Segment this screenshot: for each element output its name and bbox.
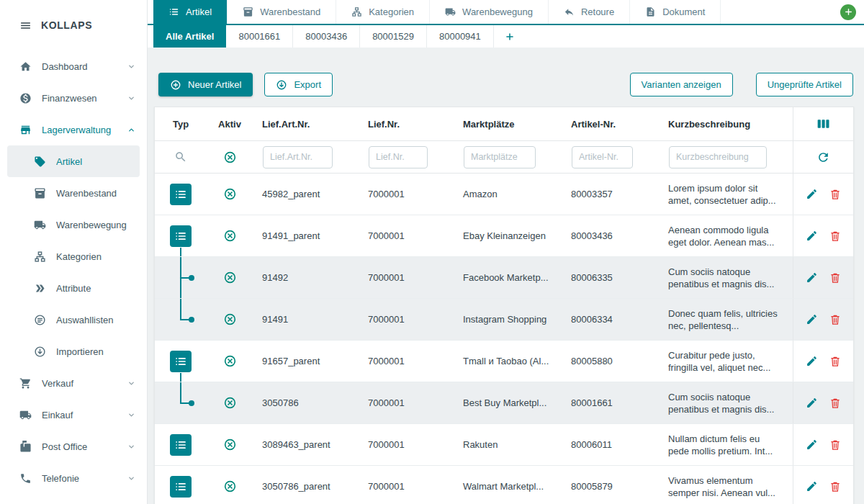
row-variants-button[interactable] <box>170 476 192 498</box>
active-status-icon[interactable] <box>223 396 237 410</box>
tab-warenbestand[interactable]: Warenbestand <box>228 0 336 24</box>
tab-warenbewegung[interactable]: Warenbewegung <box>430 0 549 24</box>
col-header-marktplaetze[interactable]: Marktplätze <box>454 119 562 130</box>
filter-lief-nr-input[interactable] <box>369 146 428 168</box>
edit-icon[interactable] <box>806 480 818 492</box>
sidebar-item-attribute[interactable]: Attribute <box>0 272 147 304</box>
refresh-icon[interactable] <box>816 150 830 164</box>
sidebar-item-auswahllisten[interactable]: Auswahllisten <box>0 304 147 336</box>
active-status-icon[interactable] <box>223 438 237 451</box>
active-status-icon[interactable] <box>223 480 237 493</box>
table-body: 45982_parent7000001Amazon80003357Lorem i… <box>155 174 853 504</box>
chevron-down-icon <box>127 379 135 387</box>
col-header-lief-art-nr[interactable]: Lief.Art.Nr. <box>253 119 359 130</box>
unverified-articles-button[interactable]: Ungeprüfte Artikel <box>756 73 853 96</box>
subtab-80003436[interactable]: 80003436 <box>293 25 360 48</box>
table-row[interactable]: 3089463_parent7000001Rakuten80006011Null… <box>155 424 853 466</box>
subtab-80001529[interactable]: 80001529 <box>360 25 427 48</box>
list-icon <box>174 438 187 451</box>
table-row[interactable]: 30507867000001Best Buy Marketpl...800016… <box>155 382 853 424</box>
sidebar-item-importieren[interactable]: Importieren <box>0 336 147 367</box>
row-lief-nr: 7000001 <box>359 189 454 199</box>
row-actions-cell <box>793 382 853 423</box>
delete-icon[interactable] <box>829 397 842 410</box>
tab-retoure[interactable]: Retoure <box>549 0 630 24</box>
edit-icon[interactable] <box>806 397 818 409</box>
table-row[interactable]: 91657_parent7000001Tmall и Taobao (Al...… <box>155 341 853 382</box>
row-lief-nr: 7000001 <box>359 397 454 408</box>
sidebar-item-artikel[interactable]: Artikel <box>7 145 140 177</box>
row-variants-button[interactable] <box>170 434 192 456</box>
add-tab-button[interactable] <box>840 4 856 20</box>
col-header-artikel-nr[interactable]: Artikel-Nr. <box>562 119 659 130</box>
tab-artikel[interactable]: Artikel <box>153 0 228 24</box>
active-status-icon[interactable] <box>223 354 237 368</box>
row-lief-nr: 7000001 <box>359 272 454 283</box>
subtab-80001661[interactable]: 80001661 <box>226 25 293 48</box>
delete-icon[interactable] <box>829 271 842 284</box>
table-row[interactable]: 45982_parent7000001Amazon80003357Lorem i… <box>155 174 853 215</box>
tab-kategorien[interactable]: Kategorien <box>336 0 430 24</box>
active-status-icon[interactable] <box>223 312 237 326</box>
row-variants-button[interactable] <box>170 184 192 205</box>
table-row[interactable]: 914927000001Facebook Marketp...80006335C… <box>155 257 853 299</box>
delete-icon[interactable] <box>829 480 842 493</box>
main-area: ArtikelWarenbestandKategorienWarenbewegu… <box>148 0 864 504</box>
active-status-icon[interactable] <box>223 229 237 243</box>
sidebar-item-post-office[interactable]: Post Office <box>0 431 147 462</box>
col-header-kurzbeschreibung[interactable]: Kurzbeschreibung <box>659 119 793 130</box>
col-header-aktiv[interactable]: Aktiv <box>207 119 253 130</box>
export-button[interactable]: Export <box>264 73 333 96</box>
filter-artikel-nr-input[interactable] <box>572 146 633 168</box>
sidebar-header: KOLLAPS <box>0 0 147 50</box>
tree-connector-line <box>180 299 181 320</box>
delete-icon[interactable] <box>829 230 842 243</box>
delete-icon[interactable] <box>829 188 842 201</box>
sidebar-item-warenbewegung[interactable]: Warenbewegung <box>0 209 147 240</box>
subtab-80000941[interactable]: 80000941 <box>427 25 494 48</box>
edit-icon[interactable] <box>806 230 818 242</box>
table-row[interactable]: 914917000001Instagram Shopping80006334Do… <box>155 299 853 341</box>
sidebar-item-verkauf[interactable]: Verkauf <box>0 367 147 399</box>
edit-icon[interactable] <box>806 355 818 367</box>
subtab-alle-artikel[interactable]: Alle Artikel <box>153 25 226 48</box>
filter-kurzbeschreibung-input[interactable] <box>669 146 767 168</box>
new-article-button[interactable]: Neuer Artikel <box>158 73 253 96</box>
active-status-icon[interactable] <box>223 187 237 201</box>
add-article-tab-button[interactable] <box>494 25 526 48</box>
active-status-icon[interactable] <box>223 271 237 284</box>
sidebar-item-einkauf[interactable]: Einkauf <box>0 399 147 431</box>
edit-icon[interactable] <box>806 271 818 284</box>
filter-marktplaetze-input[interactable] <box>464 146 536 168</box>
sidebar-item-warenbestand[interactable]: Warenbestand <box>0 177 147 209</box>
delete-icon[interactable] <box>829 438 842 451</box>
table-row[interactable]: 91491_parent7000001Ebay Kleinanzeigen800… <box>155 215 853 257</box>
edit-icon[interactable] <box>806 438 818 451</box>
filter-lief-art-nr-input[interactable] <box>263 146 333 168</box>
col-header-lief-nr[interactable]: Lief.Nr. <box>359 119 454 130</box>
row-lief-art-nr: 91657_parent <box>253 356 359 366</box>
new-article-label: Neuer Artikel <box>188 79 241 90</box>
active-status-filter-icon[interactable] <box>223 150 237 164</box>
row-variants-button[interactable] <box>170 225 192 247</box>
edit-icon[interactable] <box>806 188 818 200</box>
row-lief-art-nr: 3050786_parent <box>253 481 359 492</box>
sidebar-item-lagerverwaltung[interactable]: Lagerverwaltung <box>0 114 147 145</box>
sidebar-item-dashboard[interactable]: Dashboard <box>0 50 147 82</box>
delete-icon[interactable] <box>829 355 842 368</box>
delete-icon[interactable] <box>829 313 842 326</box>
truck-icon <box>19 409 32 421</box>
row-variants-button[interactable] <box>170 351 192 372</box>
hamburger-menu-icon[interactable] <box>19 19 32 32</box>
tab-dokument[interactable]: Dokument <box>630 0 721 24</box>
edit-icon[interactable] <box>806 313 818 325</box>
sidebar-nav: DashboardFinanzwesenLagerverwaltungArtik… <box>0 50 147 504</box>
columns-icon[interactable] <box>816 117 831 131</box>
table-row[interactable]: 3050786_parent7000001Walmart Marketpl...… <box>155 466 853 504</box>
col-header-typ[interactable]: Typ <box>155 119 207 130</box>
plus-icon <box>505 32 515 42</box>
show-variants-button[interactable]: Varianten anzeigen <box>630 73 733 96</box>
sidebar-item-kategorien[interactable]: Kategorien <box>0 240 147 272</box>
sidebar-item-finanzwesen[interactable]: Finanzwesen <box>0 82 147 114</box>
sidebar-item-telefonie[interactable]: Telefonie <box>0 462 147 494</box>
